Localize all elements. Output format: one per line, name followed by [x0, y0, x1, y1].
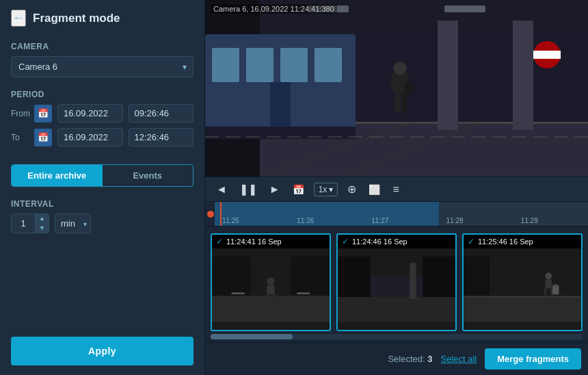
svg-rect-10	[280, 48, 308, 82]
timeline-highlight	[215, 202, 439, 226]
svg-rect-41	[410, 263, 416, 299]
video-scene	[205, 0, 588, 177]
tick-1129: 11:29	[521, 217, 538, 224]
thumb-card-1[interactable]: ✓ 11:24:46 16 Sep	[336, 233, 457, 331]
svg-rect-47	[544, 289, 547, 296]
svg-rect-25	[444, 5, 485, 12]
thumb-label-0: ✓ 11:24:41 16 Sep	[212, 235, 330, 248]
video-placeholder	[205, 0, 588, 177]
snapshot-button[interactable]: ⬜	[366, 183, 383, 196]
tab-events[interactable]: Events	[103, 165, 193, 186]
zoom-in-button[interactable]: ⊕	[345, 181, 359, 197]
calendar-nav-button[interactable]: 📅	[290, 183, 307, 196]
thumbs-row: ✓ 11:24:41 16 Sep	[211, 233, 583, 331]
svg-point-30	[267, 277, 274, 285]
svg-rect-12	[270, 82, 291, 130]
interval-label: Interval	[11, 199, 193, 209]
svg-point-18	[404, 81, 414, 94]
back-header: ← Fragment mode	[11, 10, 193, 27]
archive-events-tabs: Entire archive Events	[11, 164, 193, 187]
thumb-image-2	[464, 248, 581, 330]
left-panel: ← Fragment mode Camera Camera 6 Camera 1…	[0, 0, 205, 375]
svg-rect-5	[513, 21, 533, 130]
thumb-timestamp-0: 11:24:41 16 Sep	[226, 237, 282, 246]
thumb-card-2[interactable]: ✓ 11:25:46 16 Sep	[462, 233, 583, 331]
camera-label: Camera	[11, 42, 193, 51]
interval-up-button[interactable]: ▲	[36, 214, 49, 224]
svg-rect-50	[554, 284, 557, 287]
svg-rect-29	[291, 257, 330, 296]
svg-rect-8	[212, 48, 239, 82]
select-all-button[interactable]: Select all	[441, 354, 477, 364]
timeline-cursor	[220, 202, 222, 226]
svg-rect-28	[212, 257, 251, 296]
interval-unit-select[interactable]: min sec hr	[55, 214, 91, 233]
svg-point-45	[545, 273, 552, 280]
thumbnails-scrollbar[interactable]	[211, 334, 583, 339]
next-frame-button[interactable]: ►	[267, 182, 283, 197]
right-panel: Camera 6, 16.09.2022 11:24:41:380	[205, 0, 588, 375]
controls-bar: ◄ ❚❚ ► 📅 1x ▾ ⊕ ⬜ ≡	[205, 177, 588, 202]
from-date-input[interactable]	[57, 104, 123, 122]
from-label: From	[11, 109, 29, 118]
video-label: Camera 6, 16.09.2022 11:24:41:380	[211, 4, 337, 14]
svg-rect-38	[338, 257, 371, 297]
svg-rect-32	[265, 294, 269, 302]
svg-rect-19	[395, 93, 401, 112]
svg-rect-34	[232, 292, 245, 294]
merge-fragments-button[interactable]: Merge fragments	[485, 348, 581, 370]
check-icon-1: ✓	[342, 237, 349, 246]
to-calendar-button[interactable]: 📅	[34, 129, 52, 146]
selected-count: 3	[427, 354, 432, 364]
svg-rect-33	[273, 294, 276, 302]
camera-select-wrap: Camera 6 Camera 1 Camera 2 ▾	[11, 56, 193, 77]
menu-button[interactable]: ≡	[390, 182, 401, 197]
svg-rect-9	[246, 48, 273, 82]
video-container: Camera 6, 16.09.2022 11:24:41:380	[205, 0, 588, 177]
thumb-label-1: ✓ 11:24:46 16 Sep	[338, 235, 455, 248]
interval-down-button[interactable]: ▼	[36, 224, 49, 233]
tab-entire-archive[interactable]: Entire archive	[12, 165, 103, 186]
from-time-input[interactable]	[129, 104, 194, 122]
selected-text: Selected: 3	[388, 354, 432, 364]
interval-value-input[interactable]	[12, 214, 35, 233]
bottom-bar: Selected: 3 Select all Merge fragments	[205, 342, 588, 375]
thumb-card-0[interactable]: ✓ 11:24:41 16 Sep	[211, 233, 331, 331]
tick-1127: 11:27	[371, 217, 388, 224]
panel-title: Fragment mode	[33, 12, 120, 25]
from-row: From 📅	[11, 104, 193, 122]
interval-steppers: ▲ ▼	[35, 214, 49, 233]
speed-selector[interactable]: 1x ▾	[314, 183, 338, 196]
svg-rect-31	[267, 285, 274, 294]
svg-rect-43	[464, 296, 581, 322]
timeline-playhead-dot	[207, 211, 214, 218]
speed-arrow-icon: ▾	[329, 185, 333, 194]
to-date-input[interactable]	[57, 128, 123, 146]
apply-button[interactable]: Apply	[11, 337, 193, 365]
interval-row: ▲ ▼ min sec hr ▾	[11, 214, 193, 233]
svg-rect-49	[552, 285, 559, 294]
speed-label: 1x	[319, 185, 328, 194]
back-button[interactable]: ←	[11, 10, 26, 27]
from-calendar-button[interactable]: 📅	[34, 105, 52, 122]
svg-rect-44	[464, 257, 490, 296]
check-icon-2: ✓	[468, 237, 475, 246]
pause-button[interactable]: ❚❚	[237, 181, 260, 197]
to-time-input[interactable]	[129, 128, 194, 146]
thumb-timestamp-2: 11:25:46 16 Sep	[478, 237, 533, 246]
svg-rect-46	[545, 279, 552, 288]
period-section: Period From 📅 To 📅	[11, 90, 193, 152]
interval-section: Interval ▲ ▼ min sec hr ▾	[11, 199, 193, 233]
prev-frame-button[interactable]: ◄	[213, 182, 230, 197]
thumb-timestamp-1: 11:24:46 16 Sep	[352, 237, 407, 246]
svg-rect-4	[438, 21, 458, 130]
thumb-label-2: ✓ 11:25:46 16 Sep	[464, 235, 581, 248]
check-icon-0: ✓	[216, 237, 223, 246]
thumb-image-1	[338, 248, 455, 330]
svg-point-17	[393, 62, 407, 75]
svg-rect-39	[423, 257, 455, 297]
camera-select[interactable]: Camera 6 Camera 1 Camera 2	[11, 56, 193, 77]
tick-1126: 11:26	[297, 217, 314, 224]
timeline-track[interactable]: 11:25 11:26 11:27 11:28 11:29	[215, 202, 588, 226]
timeline-bar[interactable]: 11:25 11:26 11:27 11:28 11:29	[205, 202, 588, 227]
